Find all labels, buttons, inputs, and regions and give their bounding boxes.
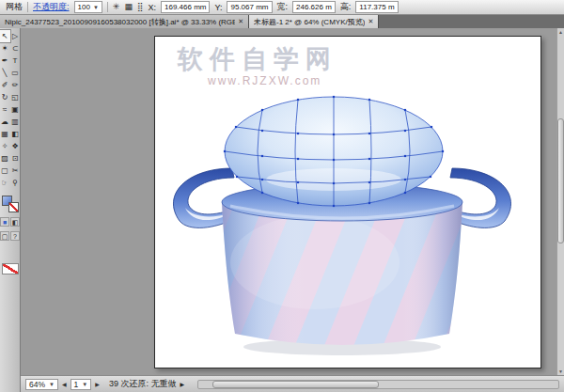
height-value: 117.375 m xyxy=(359,3,394,11)
document-tab-bar: Nipic_24377523_20100909160538032000 [转换]… xyxy=(0,15,564,28)
pen-tool[interactable]: ✒ xyxy=(0,55,10,67)
line-tool[interactable]: ╲ xyxy=(0,67,10,79)
main-area: ↖ ▷ ✶ ⊂ ✒ T ╲ ▭ ✐ ✏ ↻ ◱ ≈ ▣ ☁ ▥ ▦ ◧ ✧ ❖ xyxy=(0,28,564,392)
artboard-navigation-field[interactable]: 1 ▼ xyxy=(70,379,92,390)
x-label: X: xyxy=(148,3,156,12)
scale-tool[interactable]: ◱ xyxy=(10,91,21,103)
type-tool[interactable]: T xyxy=(10,55,21,67)
paint-mode-row: ■ ◧ xyxy=(0,217,20,227)
fill-stroke-widget[interactable] xyxy=(2,196,19,212)
chevron-down-icon: ▼ xyxy=(49,382,55,387)
hand-tool[interactable]: ☞ xyxy=(0,177,10,189)
graph-tool[interactable]: ▥ xyxy=(10,116,21,128)
pot-body xyxy=(222,202,462,345)
stroke-swatch[interactable] xyxy=(8,202,19,212)
y-label: Y: xyxy=(214,3,222,12)
magic-wand-tool[interactable]: ✶ xyxy=(0,42,10,55)
opacity-link[interactable]: 不透明度: xyxy=(33,1,70,13)
tab-label: 未标题-1 2* @ 64% (CMYK/预览) xyxy=(254,17,365,27)
recolor-artwork-icon[interactable]: ✳ xyxy=(113,3,120,11)
crop-area-tool[interactable]: ▢ xyxy=(0,165,10,177)
artboard-number: 1 xyxy=(74,380,79,389)
pencil-tool[interactable]: ✏ xyxy=(10,79,21,91)
symbol-sprayer-tool[interactable]: ☁ xyxy=(0,116,10,128)
warp-tool[interactable]: ≈ xyxy=(0,103,10,116)
close-tab-icon[interactable]: ✕ xyxy=(368,18,373,25)
x-value: 169.466 mm xyxy=(164,3,206,11)
live-paint-bucket-tool[interactable]: ▨ xyxy=(0,152,10,165)
lasso-tool[interactable]: ⊂ xyxy=(10,42,21,55)
workspace: 软件自学网 www.RJZXW.com xyxy=(21,28,564,392)
extra-row: ▢ ? xyxy=(0,231,20,241)
gradient-tool[interactable]: ◧ xyxy=(10,128,21,140)
previous-artboard-icon[interactable]: ◀ xyxy=(62,381,67,387)
chevron-down-icon: ▼ xyxy=(82,382,87,387)
tab-label: Nipic_24377523_20100909160538032000 [转换]… xyxy=(5,17,235,27)
vertical-scroll-thumb[interactable] xyxy=(557,118,564,243)
status-readout: 39 次还原: 无重做 xyxy=(109,378,177,390)
document-tab-1[interactable]: Nipic_24377523_20100909160538032000 [转换]… xyxy=(0,15,249,28)
opacity-dropdown-icon[interactable]: ▼ xyxy=(93,5,99,10)
vertical-scrollbar[interactable]: ▲ ▼ xyxy=(556,28,564,375)
height-label: 高: xyxy=(340,1,352,13)
canvas-area[interactable]: 软件自学网 www.RJZXW.com xyxy=(21,28,564,375)
blend-tool[interactable]: ❖ xyxy=(10,140,21,152)
tool-grid: ↖ ▷ ✶ ⊂ ✒ T ╲ ▭ ✐ ✏ ↻ ◱ ≈ ▣ ☁ ▥ ▦ ◧ ✧ ❖ xyxy=(0,30,21,189)
scroll-up-icon[interactable]: ▲ xyxy=(557,28,564,36)
eyedropper-tool[interactable]: ✧ xyxy=(0,140,10,152)
transform-panel-icon[interactable]: ▦ xyxy=(124,3,133,11)
gradient-mode-button[interactable]: ◧ xyxy=(10,217,20,227)
direct-selection-tool[interactable]: ▷ xyxy=(10,30,21,42)
selection-tool[interactable]: ↖ xyxy=(0,30,10,42)
none-color-swatch[interactable] xyxy=(2,263,19,274)
height-field[interactable]: 117.375 m xyxy=(355,1,398,13)
close-tab-icon[interactable]: ✕ xyxy=(238,18,243,25)
tool-palette: ↖ ▷ ✶ ⊂ ✒ T ╲ ▭ ✐ ✏ ↻ ◱ ≈ ▣ ☁ ▥ ▦ ◧ ✧ ❖ xyxy=(0,28,21,392)
status-bar: 64% ▼ ◀ 1 ▼ ▶ 39 次还原: 无重做 ▶ xyxy=(21,375,564,392)
color-mode-button[interactable]: ■ xyxy=(0,217,9,227)
illustrator-window: 网格 不透明度: 100 ▼ ✳ ▦ ⣿ X: 169.466 mm Y: 95… xyxy=(0,0,564,392)
pot-illustration[interactable] xyxy=(155,37,540,368)
help-icon[interactable]: ? xyxy=(10,231,20,241)
paintbrush-tool[interactable]: ✐ xyxy=(0,79,10,91)
rotate-tool[interactable]: ↻ xyxy=(0,91,10,103)
width-label: 宽: xyxy=(277,1,289,13)
opacity-value: 100 xyxy=(78,3,90,11)
rectangle-tool[interactable]: ▭ xyxy=(10,67,21,79)
slice-tool[interactable]: ✂ xyxy=(10,165,21,177)
horizontal-scrollbar[interactable] xyxy=(197,380,559,389)
scroll-down-icon[interactable]: ▼ xyxy=(557,368,564,375)
width-field[interactable]: 246.626 m xyxy=(292,1,336,13)
live-paint-selection-tool[interactable]: ⊡ xyxy=(10,152,21,165)
screen-mode-button[interactable]: ▢ xyxy=(0,231,9,241)
separator xyxy=(107,2,108,12)
horizontal-scroll-thumb[interactable] xyxy=(212,381,378,388)
reference-point-locator-icon[interactable]: ⣿ xyxy=(137,3,144,11)
status-flyout-icon[interactable]: ▶ xyxy=(180,381,184,387)
separator xyxy=(27,2,28,12)
y-value: 95.067 mm xyxy=(230,3,268,11)
x-field[interactable]: 169.466 mm xyxy=(161,1,210,13)
opacity-field[interactable]: 100 ▼ xyxy=(74,1,102,13)
document-tab-2[interactable]: 未标题-1 2* @ 64% (CMYK/预览) ✕ xyxy=(249,15,379,28)
free-transform-tool[interactable]: ▣ xyxy=(10,103,21,116)
width-value: 246.626 m xyxy=(296,3,332,11)
next-artboard-icon[interactable]: ▶ xyxy=(95,381,100,387)
y-field[interactable]: 95.067 mm xyxy=(227,1,272,13)
mesh-tool[interactable]: ▦ xyxy=(0,128,10,140)
zoom-dropdown[interactable]: 64% ▼ xyxy=(25,379,58,390)
zoom-value: 64% xyxy=(29,380,45,389)
zoom-tool[interactable]: ⚲ xyxy=(10,177,21,189)
selection-type-label: 网格 xyxy=(6,1,23,13)
artboard[interactable]: 软件自学网 www.RJZXW.com xyxy=(154,36,541,368)
control-bar: 网格 不透明度: 100 ▼ ✳ ▦ ⣿ X: 169.466 mm Y: 95… xyxy=(0,0,564,15)
